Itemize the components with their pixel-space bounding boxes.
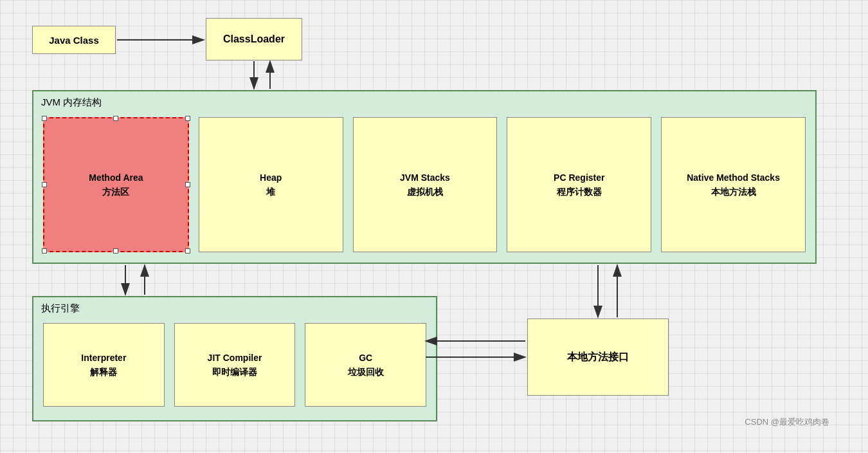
handle-ml (42, 182, 47, 187)
handle-br (185, 248, 190, 254)
gc-line2: 垃圾回收 (348, 365, 384, 379)
pc-register-line1: PC Register (554, 171, 604, 185)
diagram-container: Java Class ClassLoader JVM 内存结构 Method A… (19, 13, 842, 438)
native-interface-label: 本地方法接口 (567, 351, 629, 364)
method-area-line2: 方法区 (102, 185, 129, 199)
exec-container: 执行引擎 Interpreter 解释器 JIT Compiler 即时编译器 … (32, 296, 437, 421)
native-method-stacks-line2: 本地方法栈 (711, 185, 756, 199)
pc-register-line2: 程序计数器 (557, 185, 602, 199)
native-interface-box: 本地方法接口 (527, 319, 669, 396)
jvm-stacks-line2: 虚拟机栈 (407, 185, 443, 199)
classloader-label: ClassLoader (223, 33, 285, 45)
handle-bm (113, 248, 118, 254)
exec-section-label: 执行引擎 (41, 302, 80, 315)
jit-compiler-line2: 即时编译器 (212, 365, 257, 379)
jvm-stacks-box: JVM Stacks 虚拟机栈 (353, 117, 498, 252)
method-area-box: Method Area 方法区 (43, 117, 189, 252)
heap-line2: 堆 (266, 185, 275, 199)
pc-register-box: PC Register 程序计数器 (507, 117, 651, 252)
interpreter-line1: Interpreter (81, 351, 126, 365)
jvm-stacks-line1: JVM Stacks (400, 171, 450, 185)
heap-line1: Heap (260, 171, 282, 185)
interpreter-box: Interpreter 解释器 (43, 323, 165, 407)
native-method-stacks-line1: Native Method Stacks (687, 171, 780, 185)
handle-tm (113, 116, 118, 121)
jvm-section-label: JVM 内存结构 (41, 97, 102, 109)
heap-box: Heap 堆 (199, 117, 343, 252)
handle-bl (42, 248, 47, 254)
interpreter-line2: 解释器 (90, 365, 117, 379)
native-method-stacks-box: Native Method Stacks 本地方法栈 (661, 117, 806, 252)
watermark: CSDN @最爱吃鸡肉卷 (745, 416, 829, 428)
classloader-box: ClassLoader (206, 18, 302, 60)
handle-mr (185, 182, 190, 187)
java-class-box: Java Class (32, 26, 116, 54)
handle-tl (42, 116, 47, 121)
java-class-label: Java Class (49, 35, 99, 46)
gc-box: GC 垃圾回收 (305, 323, 426, 407)
gc-line1: GC (359, 351, 372, 365)
exec-boxes: Interpreter 解释器 JIT Compiler 即时编译器 GC 垃圾… (43, 323, 426, 407)
jit-compiler-box: JIT Compiler 即时编译器 (174, 323, 296, 407)
memory-areas: Method Area 方法区 Heap 堆 JVM Stacks 虚拟机栈 P… (43, 117, 806, 252)
handle-tr (185, 116, 190, 121)
jvm-container: JVM 内存结构 Method Area 方法区 Heap 堆 JVM Stac… (32, 90, 817, 264)
jit-compiler-line1: JIT Compiler (208, 351, 262, 365)
method-area-line1: Method Area (89, 171, 143, 185)
